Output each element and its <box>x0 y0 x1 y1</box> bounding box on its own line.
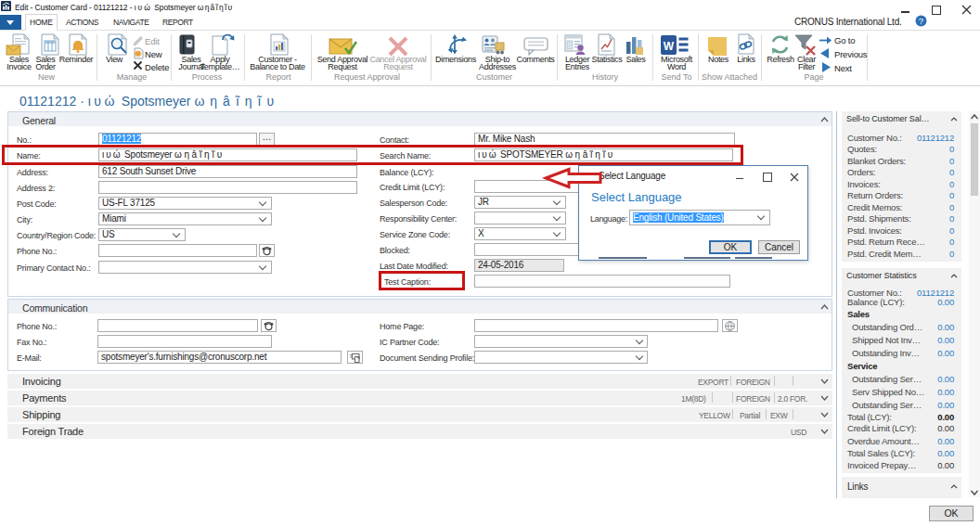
svg-text:W: W <box>664 40 675 53</box>
svg-text:?: ? <box>919 16 923 26</box>
